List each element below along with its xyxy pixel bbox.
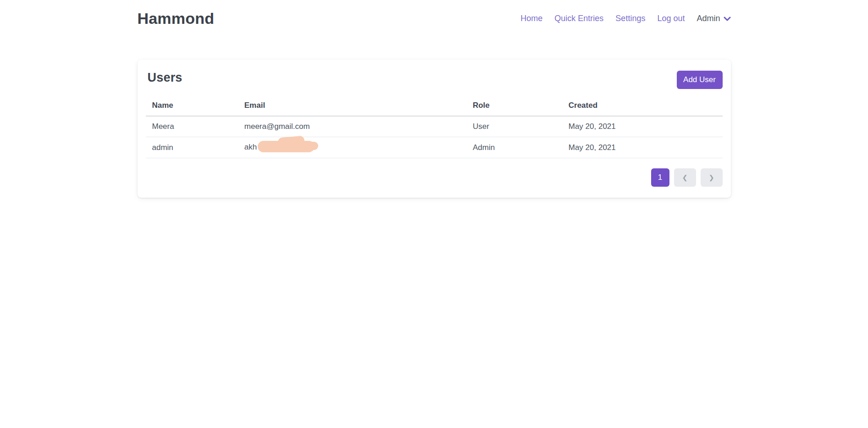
- pagination-next-button[interactable]: ❯: [701, 168, 723, 187]
- pagination-prev-button[interactable]: ❮: [674, 168, 696, 187]
- cell-role: Admin: [466, 137, 562, 158]
- add-user-button[interactable]: Add User: [677, 71, 723, 89]
- table-row: admin akh Admin May 20, 2021: [146, 137, 723, 158]
- user-menu-dropdown[interactable]: Admin: [697, 14, 730, 23]
- column-header-email: Email: [238, 95, 466, 116]
- cell-name: admin: [146, 137, 238, 158]
- users-card: Users Add User Name Email Role Created M…: [138, 60, 731, 198]
- cell-role: User: [466, 116, 562, 137]
- cell-created: May 20, 2021: [562, 137, 723, 158]
- table-header-row: Name Email Role Created: [146, 95, 723, 116]
- chevron-right-icon: ❯: [709, 174, 714, 181]
- chevron-down-icon: [724, 15, 731, 23]
- cell-email: akh: [238, 137, 466, 158]
- nav-link-logout[interactable]: Log out: [657, 14, 685, 23]
- pagination: 1 ❮ ❯: [146, 168, 723, 187]
- page-title: Users: [148, 71, 182, 85]
- users-card-header: Users Add User: [146, 68, 723, 95]
- nav-link-settings[interactable]: Settings: [615, 14, 645, 23]
- cell-created: May 20, 2021: [562, 116, 723, 137]
- users-table: Name Email Role Created Meera meera@gmai…: [146, 95, 723, 158]
- email-visible-part: akh: [244, 143, 257, 151]
- chevron-left-icon: ❮: [682, 174, 688, 181]
- nav-link-quick-entries[interactable]: Quick Entries: [554, 14, 603, 23]
- user-menu-label: Admin: [697, 14, 720, 23]
- column-header-created: Created: [562, 95, 723, 116]
- table-row: Meera meera@gmail.com User May 20, 2021: [146, 116, 723, 137]
- main-nav: Home Quick Entries Settings Log out Admi…: [520, 14, 730, 23]
- redacted-email-scribble: [258, 141, 315, 152]
- column-header-name: Name: [146, 95, 238, 116]
- cell-email: meera@gmail.com: [238, 116, 466, 137]
- pagination-page-1-button[interactable]: 1: [651, 168, 669, 187]
- header: Hammond Home Quick Entries Settings Log …: [138, 0, 731, 37]
- column-header-role: Role: [466, 95, 562, 116]
- brand-logo[interactable]: Hammond: [138, 10, 215, 28]
- nav-link-home[interactable]: Home: [520, 14, 542, 23]
- cell-name: Meera: [146, 116, 238, 137]
